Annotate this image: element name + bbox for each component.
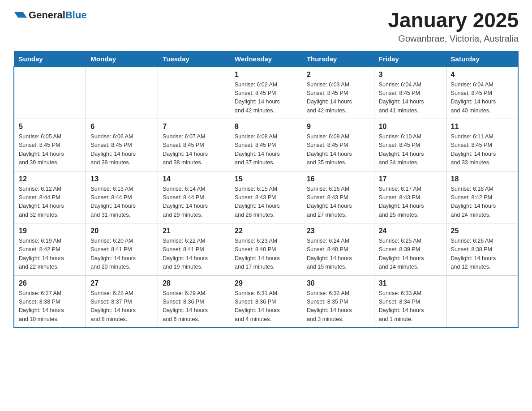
day-info: Sunrise: 6:06 AMSunset: 8:45 PMDaylight:… (90, 133, 153, 167)
table-row: 4Sunrise: 6:04 AMSunset: 8:45 PMDaylight… (446, 67, 518, 119)
day-number: 12 (19, 175, 81, 183)
calendar-week-row: 1Sunrise: 6:02 AMSunset: 8:45 PMDaylight… (14, 67, 518, 119)
day-number: 4 (451, 71, 513, 79)
day-info: Sunrise: 6:23 AMSunset: 8:40 PMDaylight:… (235, 237, 297, 272)
day-info: Sunrise: 6:19 AMSunset: 8:42 PMDaylight:… (19, 237, 81, 272)
day-info: Sunrise: 6:04 AMSunset: 8:45 PMDaylight:… (451, 81, 513, 116)
day-number: 21 (163, 227, 225, 235)
day-number: 15 (235, 175, 297, 183)
day-number: 6 (90, 123, 153, 131)
day-number: 9 (307, 123, 369, 131)
month-title: January 2025 (388, 9, 519, 32)
day-number: 19 (19, 227, 81, 235)
day-info: Sunrise: 6:13 AMSunset: 8:44 PMDaylight:… (90, 185, 153, 220)
table-row: 20Sunrise: 6:20 AMSunset: 8:41 PMDayligh… (86, 223, 158, 276)
day-info: Sunrise: 6:27 AMSunset: 8:38 PMDaylight:… (19, 289, 81, 324)
table-row: 22Sunrise: 6:23 AMSunset: 8:40 PMDayligh… (230, 223, 302, 276)
day-info: Sunrise: 6:17 AMSunset: 8:43 PMDaylight:… (379, 185, 442, 220)
table-row: 21Sunrise: 6:22 AMSunset: 8:41 PMDayligh… (158, 223, 230, 276)
table-row: 9Sunrise: 6:09 AMSunset: 8:45 PMDaylight… (302, 119, 374, 171)
day-info: Sunrise: 6:15 AMSunset: 8:43 PMDaylight:… (235, 185, 297, 220)
title-area: January 2025 Gowanbrae, Victoria, Austra… (388, 9, 519, 44)
day-info: Sunrise: 6:28 AMSunset: 8:37 PMDaylight:… (90, 289, 153, 324)
day-number: 17 (379, 175, 442, 183)
table-row: 25Sunrise: 6:26 AMSunset: 8:38 PMDayligh… (446, 223, 518, 276)
table-row: 26Sunrise: 6:27 AMSunset: 8:38 PMDayligh… (14, 275, 86, 328)
logo: GeneralBlue (13, 9, 87, 21)
day-info: Sunrise: 6:05 AMSunset: 8:45 PMDaylight:… (19, 133, 81, 167)
calendar-week-row: 26Sunrise: 6:27 AMSunset: 8:38 PMDayligh… (14, 275, 518, 328)
day-number: 23 (307, 227, 369, 235)
day-info: Sunrise: 6:29 AMSunset: 8:36 PMDaylight:… (163, 289, 225, 324)
day-number: 29 (235, 279, 297, 287)
day-number: 7 (163, 123, 225, 131)
day-number: 5 (19, 123, 81, 131)
table-row: 5Sunrise: 6:05 AMSunset: 8:45 PMDaylight… (14, 119, 86, 171)
day-number: 20 (90, 227, 153, 235)
table-row: 27Sunrise: 6:28 AMSunset: 8:37 PMDayligh… (86, 275, 158, 328)
table-row: 30Sunrise: 6:32 AMSunset: 8:35 PMDayligh… (302, 275, 374, 328)
col-tuesday: Tuesday (158, 51, 230, 67)
logo-text-general: General (29, 9, 65, 21)
day-info: Sunrise: 6:09 AMSunset: 8:45 PMDaylight:… (307, 133, 369, 167)
day-number: 3 (379, 71, 442, 79)
day-info: Sunrise: 6:04 AMSunset: 8:45 PMDaylight:… (379, 81, 442, 116)
day-number: 28 (163, 279, 225, 287)
col-saturday: Saturday (446, 51, 518, 67)
col-monday: Monday (86, 51, 158, 67)
day-number: 16 (307, 175, 369, 183)
logo-text-blue: Blue (65, 9, 87, 21)
table-row: 10Sunrise: 6:10 AMSunset: 8:45 PMDayligh… (374, 119, 446, 171)
day-info: Sunrise: 6:25 AMSunset: 8:39 PMDaylight:… (379, 237, 442, 272)
table-row: 28Sunrise: 6:29 AMSunset: 8:36 PMDayligh… (158, 275, 230, 328)
table-row: 14Sunrise: 6:14 AMSunset: 8:44 PMDayligh… (158, 171, 230, 223)
day-info: Sunrise: 6:16 AMSunset: 8:43 PMDaylight:… (307, 185, 369, 220)
calendar: Sunday Monday Tuesday Wednesday Thursday… (13, 51, 519, 329)
day-number: 22 (235, 227, 297, 235)
day-number: 18 (451, 175, 513, 183)
day-info: Sunrise: 6:02 AMSunset: 8:45 PMDaylight:… (235, 81, 297, 116)
calendar-header-row: Sunday Monday Tuesday Wednesday Thursday… (14, 51, 518, 67)
day-info: Sunrise: 6:14 AMSunset: 8:44 PMDaylight:… (163, 185, 225, 220)
table-row: 13Sunrise: 6:13 AMSunset: 8:44 PMDayligh… (86, 171, 158, 223)
day-number: 27 (90, 279, 153, 287)
table-row (86, 67, 158, 119)
day-number: 26 (19, 279, 81, 287)
table-row: 23Sunrise: 6:24 AMSunset: 8:40 PMDayligh… (302, 223, 374, 276)
table-row: 2Sunrise: 6:03 AMSunset: 8:45 PMDaylight… (302, 67, 374, 119)
day-info: Sunrise: 6:10 AMSunset: 8:45 PMDaylight:… (379, 133, 442, 167)
col-thursday: Thursday (302, 51, 374, 67)
day-number: 2 (307, 71, 369, 79)
table-row: 24Sunrise: 6:25 AMSunset: 8:39 PMDayligh… (374, 223, 446, 276)
table-row: 19Sunrise: 6:19 AMSunset: 8:42 PMDayligh… (14, 223, 86, 276)
day-number: 31 (379, 279, 442, 287)
table-row (14, 67, 86, 119)
day-info: Sunrise: 6:32 AMSunset: 8:35 PMDaylight:… (307, 289, 369, 324)
table-row (158, 67, 230, 119)
col-friday: Friday (374, 51, 446, 67)
table-row: 29Sunrise: 6:31 AMSunset: 8:36 PMDayligh… (230, 275, 302, 328)
day-number: 10 (379, 123, 442, 131)
table-row: 17Sunrise: 6:17 AMSunset: 8:43 PMDayligh… (374, 171, 446, 223)
day-number: 30 (307, 279, 369, 287)
day-number: 11 (451, 123, 513, 131)
table-row: 15Sunrise: 6:15 AMSunset: 8:43 PMDayligh… (230, 171, 302, 223)
table-row: 11Sunrise: 6:11 AMSunset: 8:45 PMDayligh… (446, 119, 518, 171)
col-sunday: Sunday (14, 51, 86, 67)
day-info: Sunrise: 6:07 AMSunset: 8:45 PMDaylight:… (163, 133, 225, 167)
table-row: 6Sunrise: 6:06 AMSunset: 8:45 PMDaylight… (86, 119, 158, 171)
day-info: Sunrise: 6:11 AMSunset: 8:45 PMDaylight:… (451, 133, 513, 167)
table-row: 12Sunrise: 6:12 AMSunset: 8:44 PMDayligh… (14, 171, 86, 223)
day-info: Sunrise: 6:20 AMSunset: 8:41 PMDaylight:… (90, 237, 153, 272)
location: Gowanbrae, Victoria, Australia (388, 34, 519, 44)
day-number: 14 (163, 175, 225, 183)
day-info: Sunrise: 6:33 AMSunset: 8:34 PMDaylight:… (379, 289, 442, 324)
calendar-week-row: 12Sunrise: 6:12 AMSunset: 8:44 PMDayligh… (14, 171, 518, 223)
day-info: Sunrise: 6:08 AMSunset: 8:45 PMDaylight:… (235, 133, 297, 167)
day-info: Sunrise: 6:22 AMSunset: 8:41 PMDaylight:… (163, 237, 225, 272)
table-row: 3Sunrise: 6:04 AMSunset: 8:45 PMDaylight… (374, 67, 446, 119)
col-wednesday: Wednesday (230, 51, 302, 67)
table-row: 8Sunrise: 6:08 AMSunset: 8:45 PMDaylight… (230, 119, 302, 171)
day-number: 1 (235, 71, 297, 79)
day-info: Sunrise: 6:18 AMSunset: 8:42 PMDaylight:… (451, 185, 513, 220)
